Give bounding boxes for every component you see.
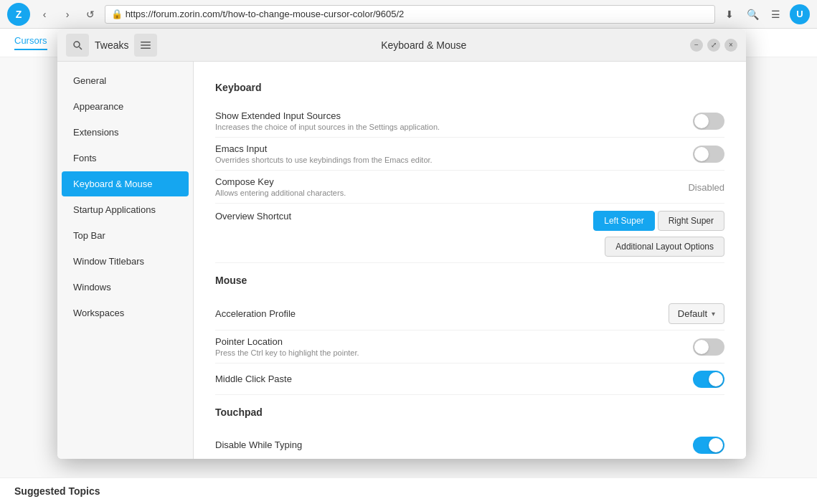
pointer-location-desc: Press the Ctrl key to highlight the poin… [215,348,679,357]
disable-while-typing-label: Disable While Typing [215,439,679,450]
pointer-location-toggle-knob [694,340,709,354]
svg-rect-4 [141,47,151,49]
zorin-logo: Z [7,3,30,26]
browser-url-text: https://forum.zorin.com/t/how-to-change-… [126,9,405,19]
middle-click-paste-toggle-knob [709,372,723,386]
keyboard-section-title: Keyboard [215,82,724,93]
suggested-topics-label: Suggested Topics [14,485,100,497]
browser-chrome: Z ‹ › ↺ 🔒 https://forum.zorin.com/t/how-… [0,0,817,29]
sidebar-item-fonts[interactable]: Fonts [62,146,189,171]
overview-shortcut-info: Overview Shortcut [215,211,579,222]
sidebar-item-startup-applications[interactable]: Startup Applications [62,197,189,222]
emacs-input-label: Emacs Input [215,143,679,154]
pointer-location-row: Pointer Location Press the Ctrl key to h… [215,331,724,363]
show-extended-input-toggle[interactable] [693,113,724,130]
emacs-input-toggle-container [693,146,724,163]
compose-key-desc: Allows entering additional characters. [215,189,674,197]
svg-point-0 [74,42,80,47]
middle-click-paste-row: Middle Click Paste [215,363,724,395]
browser-download-icon[interactable]: ⬇ [721,6,738,23]
emacs-input-toggle-knob [694,147,709,161]
show-extended-input-info: Show Extended Input Sources Increases th… [215,110,679,131]
settings-sidebar: General Appearance Extensions Fonts Keyb… [57,62,194,459]
middle-click-paste-toggle[interactable] [693,371,724,388]
compose-key-info: Compose Key Allows entering additional c… [215,176,674,197]
disable-while-typing-row: Disable While Typing [215,429,724,459]
emacs-input-desc: Overrides shortcuts to use keybindings f… [215,156,679,164]
settings-dialog: Tweaks Keyboard & Mouse − ⤢ × General Ap… [57,29,746,459]
show-extended-input-label: Show Extended Input Sources [215,110,679,121]
maximize-button[interactable]: ⤢ [707,39,720,52]
sidebar-item-windows[interactable]: Windows [62,275,189,300]
overview-shortcut-label: Overview Shortcut [215,211,579,222]
sidebar-item-extensions[interactable]: Extensions [62,120,189,145]
sidebar-item-top-bar[interactable]: Top Bar [62,223,189,248]
middle-click-paste-label: Middle Click Paste [215,374,679,384]
forum-tab-cursors[interactable]: Cursors [14,35,47,50]
touchpad-section-title: Touchpad [215,406,724,418]
middle-click-paste-toggle-container [693,371,724,388]
sidebar-item-general[interactable]: General [62,68,189,93]
user-avatar[interactable]: U [790,4,810,24]
show-extended-input-toggle-knob [694,114,709,128]
compose-key-row: Compose Key Allows entering additional c… [215,171,724,204]
compose-key-control: Disabled [688,181,724,194]
shortcut-button-group: Left Super Right Super [593,211,724,231]
show-extended-input-toggle-container [693,113,724,130]
emacs-input-row: Emacs Input Overrides shortcuts to use k… [215,138,724,171]
disable-while-typing-toggle[interactable] [693,437,724,454]
pointer-location-info: Pointer Location Press the Ctrl key to h… [215,336,679,357]
sidebar-item-workspaces[interactable]: Workspaces [62,300,189,325]
tweaks-app-title: Tweaks [95,39,128,51]
acceleration-profile-dropdown[interactable]: Default ▾ [669,303,724,324]
right-super-button[interactable]: Right Super [658,211,724,231]
disable-while-typing-info: Disable While Typing [215,439,679,450]
show-extended-input-row: Show Extended Input Sources Increases th… [215,105,724,138]
tweaks-menu-button[interactable] [134,34,157,57]
acceleration-profile-info: Acceleration Profile [215,308,654,319]
dialog-titlebar: Tweaks Keyboard & Mouse − ⤢ × [57,29,746,62]
sidebar-item-appearance[interactable]: Appearance [62,94,189,119]
acceleration-profile-value: Default [678,308,707,319]
mouse-section-title: Mouse [215,275,724,286]
sidebar-item-window-titlebars[interactable]: Window Titlebars [62,249,189,274]
browser-forward-button[interactable]: › [59,6,76,23]
pointer-location-label: Pointer Location [215,336,679,347]
pointer-location-toggle-container [693,338,724,356]
browser-back-button[interactable]: ‹ [36,6,53,23]
left-super-button[interactable]: Left Super [593,211,654,231]
svg-rect-2 [141,42,151,43]
dropdown-arrow-icon: ▾ [712,310,715,318]
suggested-topics-bar: Suggested Topics [0,477,817,504]
overview-shortcut-controls: Left Super Right Super Additional Layout… [593,211,724,257]
show-extended-input-desc: Increases the choice of input sources in… [215,123,679,131]
close-button[interactable]: × [724,39,737,52]
minimize-button[interactable]: − [690,39,703,52]
acceleration-profile-label: Acceleration Profile [215,308,654,319]
main-content: Keyboard Show Extended Input Sources Inc… [194,62,746,459]
window-controls: − ⤢ × [690,39,737,52]
disable-while-typing-toggle-container [693,437,724,454]
browser-lock-icon: 🔒 [111,9,123,19]
disable-while-typing-toggle-knob [709,438,723,452]
overview-shortcut-row: Overview Shortcut Left Super Right Super… [215,204,724,263]
browser-zoom-icon[interactable]: 🔍 [744,6,761,23]
dialog-body: General Appearance Extensions Fonts Keyb… [57,62,746,459]
tweaks-search-button[interactable] [66,34,89,57]
additional-layout-options-button[interactable]: Additional Layout Options [605,237,724,257]
compose-key-label: Compose Key [215,176,674,187]
page-background: Cursors Gnome-look.org Tweaks Keyboard [0,29,817,504]
acceleration-profile-row: Acceleration Profile Default ▾ [215,298,724,331]
dialog-window-title: Keyboard & Mouse [157,39,690,51]
emacs-input-info: Emacs Input Overrides shortcuts to use k… [215,143,679,164]
acceleration-profile-control: Default ▾ [669,303,724,324]
pointer-location-toggle[interactable] [693,338,724,356]
svg-rect-3 [141,44,151,46]
sidebar-item-keyboard-mouse[interactable]: Keyboard & Mouse [62,171,189,196]
emacs-input-toggle[interactable] [693,146,724,163]
browser-refresh-button[interactable]: ↺ [82,6,99,23]
browser-hamburger-icon[interactable]: ☰ [767,6,784,23]
svg-line-1 [80,47,82,49]
compose-key-disabled-text: Disabled [688,182,724,193]
browser-url-bar[interactable]: 🔒 https://forum.zorin.com/t/how-to-chang… [105,5,715,24]
